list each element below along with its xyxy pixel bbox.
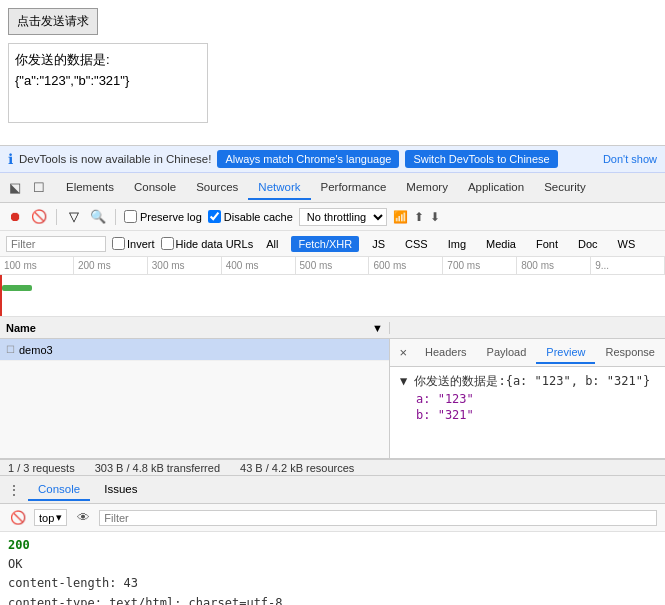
- name-header-text: Name: [6, 322, 36, 334]
- switch-devtools-button[interactable]: Switch DevTools to Chinese: [405, 150, 557, 168]
- tl-mark-500: 500 ms: [296, 257, 370, 274]
- network-icon[interactable]: 📶: [393, 210, 408, 224]
- detail-tabs: × Headers Payload Preview Response: [390, 339, 665, 367]
- console-clear-icon[interactable]: 🚫: [8, 508, 28, 528]
- filter-js[interactable]: JS: [365, 236, 392, 252]
- console-filter-input[interactable]: [99, 510, 657, 526]
- filter-img[interactable]: Img: [441, 236, 473, 252]
- invert-label: Invert: [112, 237, 155, 250]
- devtools-panel: ℹ DevTools is now available in Chinese! …: [0, 145, 665, 477]
- detail-tab-preview[interactable]: Preview: [536, 342, 595, 364]
- requests-count: 1 / 3 requests: [8, 462, 75, 474]
- filter-doc[interactable]: Doc: [571, 236, 605, 252]
- info-bar: ℹ DevTools is now available in Chinese! …: [0, 146, 665, 173]
- preserve-log-checkbox[interactable]: [124, 210, 137, 223]
- timeline-bar1: [2, 285, 32, 291]
- detail-tab-response[interactable]: Response: [595, 342, 665, 364]
- detail-tab-headers[interactable]: Headers: [415, 342, 477, 364]
- disable-cache-checkbox[interactable]: [208, 210, 221, 223]
- tl-mark-9x: 9...: [591, 257, 665, 274]
- filter-css[interactable]: CSS: [398, 236, 435, 252]
- disable-cache-text: Disable cache: [224, 211, 293, 223]
- preserve-log-label: Preserve log: [124, 210, 202, 223]
- devtools-tabs: ⬕ ☐ Elements Console Sources Network Per…: [0, 173, 665, 203]
- tl-mark-400: 400 ms: [222, 257, 296, 274]
- filter-media[interactable]: Media: [479, 236, 523, 252]
- tab-application[interactable]: Application: [458, 176, 534, 200]
- tab-elements[interactable]: Elements: [56, 176, 124, 200]
- page-output-box: 你发送的数据是: {"a":"123","b":"321"}: [8, 43, 208, 123]
- console-menu-icon[interactable]: ⋮: [4, 480, 24, 500]
- info-icon: ℹ: [8, 151, 13, 167]
- console-tab-console[interactable]: Console: [28, 479, 90, 501]
- resources-size: 43 B / 4.2 kB resources: [240, 462, 354, 474]
- disable-cache-label: Disable cache: [208, 210, 293, 223]
- clear-button[interactable]: 🚫: [30, 208, 48, 226]
- console-output: 200 OK content-length: 43 content-type: …: [0, 532, 665, 605]
- dont-show-link[interactable]: Don't show: [603, 153, 657, 165]
- detail-panel: × Headers Payload Preview Response ▼ 你发送…: [390, 339, 665, 458]
- tab-performance[interactable]: Performance: [311, 176, 397, 200]
- tab-network[interactable]: Network: [248, 176, 310, 200]
- timeline-ruler: 100 ms 200 ms 300 ms 400 ms 500 ms 600 m…: [0, 257, 665, 275]
- tl-mark-800: 800 ms: [517, 257, 591, 274]
- info-text: DevTools is now available in Chinese!: [19, 153, 211, 165]
- console-area: ⋮ Console Issues 🚫 top ▾ 👁 200 OK conten…: [0, 475, 665, 605]
- tab-memory[interactable]: Memory: [396, 176, 458, 200]
- detail-content: ▼ 你发送的数据是:{a: "123", b: "321"} a: "123" …: [390, 367, 665, 430]
- tab-icons: ⬕ ☐: [4, 177, 50, 199]
- send-button[interactable]: 点击发送请求: [8, 8, 98, 35]
- separator1: [56, 209, 57, 225]
- output-line1: 你发送的数据是:: [15, 50, 201, 71]
- network-row-demo3[interactable]: ☐ demo3: [0, 339, 389, 361]
- network-timeline: 100 ms 200 ms 300 ms 400 ms 500 ms 600 m…: [0, 257, 665, 317]
- console-line-content-type: content-type: text/html; charset=utf-8: [8, 594, 657, 605]
- filter-font[interactable]: Font: [529, 236, 565, 252]
- preview-key-a: a: "123": [416, 392, 474, 406]
- search-icon[interactable]: 🔍: [89, 208, 107, 226]
- transferred-size: 303 B / 4.8 kB transferred: [95, 462, 220, 474]
- match-language-button[interactable]: Always match Chrome's language: [217, 150, 399, 168]
- network-list: ☐ demo3: [0, 339, 390, 458]
- filter-fetch-xhr[interactable]: Fetch/XHR: [291, 236, 359, 252]
- filter-all[interactable]: All: [259, 236, 285, 252]
- filter-icon[interactable]: ▽: [65, 208, 83, 226]
- preview-line3: b: "321": [400, 408, 655, 422]
- console-line-200: 200: [8, 536, 657, 555]
- throttle-select[interactable]: No throttling: [299, 208, 387, 226]
- download-icon[interactable]: ⬇: [430, 210, 440, 224]
- tl-mark-700: 700 ms: [443, 257, 517, 274]
- top-chevron-icon: ▾: [56, 511, 62, 524]
- tl-mark-100: 100 ms: [0, 257, 74, 274]
- console-tabs: ⋮ Console Issues: [0, 476, 665, 504]
- filter-input[interactable]: [6, 236, 106, 252]
- upload-icon[interactable]: ⬆: [414, 210, 424, 224]
- row-name: demo3: [19, 344, 53, 356]
- preserve-log-text: Preserve log: [140, 211, 202, 223]
- console-tab-issues[interactable]: Issues: [94, 479, 147, 501]
- top-context-selector[interactable]: top ▾: [34, 509, 67, 526]
- tab-sources[interactable]: Sources: [186, 176, 248, 200]
- cursor-icon[interactable]: ⬕: [4, 177, 26, 199]
- tab-security[interactable]: Security: [534, 176, 596, 200]
- console-line-content-length: content-length: 43: [8, 574, 657, 593]
- inspect-icon[interactable]: ☐: [28, 177, 50, 199]
- name-sort-icon: ▼: [372, 322, 383, 334]
- filter-ws[interactable]: WS: [611, 236, 643, 252]
- network-toolbar: ⏺ 🚫 ▽ 🔍 Preserve log Disable cache No th…: [0, 203, 665, 231]
- expand-icon: ▼ 你发送的数据是:{a: "123", b: "321"}: [400, 374, 650, 388]
- hide-data-text: Hide data URLs: [176, 238, 254, 250]
- hide-data-checkbox[interactable]: [161, 237, 174, 250]
- split-view: ☐ demo3 × Headers Payload Preview Respon…: [0, 339, 665, 459]
- record-button[interactable]: ⏺: [6, 208, 24, 226]
- console-line-ok: OK: [8, 555, 657, 574]
- invert-checkbox[interactable]: [112, 237, 125, 250]
- tab-console[interactable]: Console: [124, 176, 186, 200]
- row-checkbox-icon: ☐: [6, 344, 15, 355]
- tl-mark-600: 600 ms: [369, 257, 443, 274]
- preview-line2: a: "123": [400, 392, 655, 406]
- eye-icon[interactable]: 👁: [73, 508, 93, 528]
- detail-close-button[interactable]: ×: [391, 341, 415, 364]
- invert-text: Invert: [127, 238, 155, 250]
- detail-tab-payload[interactable]: Payload: [477, 342, 537, 364]
